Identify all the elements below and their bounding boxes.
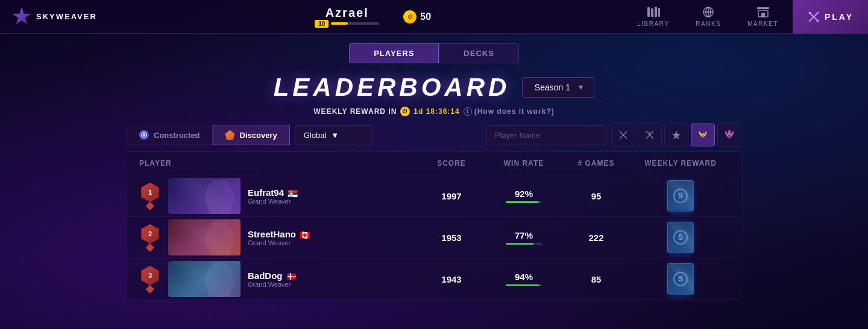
tab-decks[interactable]: Decks: [439, 43, 519, 63]
player-rank-title-1: Grand Weaver: [248, 198, 298, 205]
constructed-icon: [139, 130, 149, 140]
skyweaver-logo-icon: [12, 7, 31, 27]
svg-point-23: [702, 133, 704, 136]
winrate-text-2: 77%: [515, 230, 533, 240]
player-name-text-1: Eufrat94: [248, 187, 284, 198]
rank-filter-3[interactable]: [691, 124, 715, 146]
rank-badge-1: 1: [139, 183, 161, 209]
nav-ranks[interactable]: RANKS: [684, 1, 733, 32]
leaderboard-title: LEADERBOARD: [274, 73, 511, 102]
rank-filter-4[interactable]: [717, 124, 741, 146]
mode-constructed-label: Constructed: [154, 131, 200, 140]
weekly-reward-prefix: WEEKLY REWARD IN: [313, 107, 397, 116]
star-icon: [671, 130, 682, 140]
games-cell-3: 85: [560, 274, 632, 284]
player-flag-3: 🇩🇰: [286, 272, 297, 279]
games-cell-2: 222: [560, 233, 632, 243]
table-row[interactable]: 3 BadDog 🇩🇰 Grand Weaver 1943: [127, 258, 741, 299]
rank-filter-1[interactable]: [638, 124, 662, 146]
player-row-name-2: StreetHano 🇨🇦: [248, 229, 310, 239]
play-swords-icon: [808, 11, 820, 23]
rank-badge-3: 3: [139, 266, 161, 292]
mode-discovery-label: Discovery: [240, 131, 277, 140]
logo-area[interactable]: SKYWEAVER: [0, 7, 121, 27]
rank-medal-2: 2: [140, 224, 160, 243]
player-info: Azrael 10: [315, 6, 379, 28]
rank-filter-2[interactable]: [664, 124, 688, 146]
player-cell-3: 3 BadDog 🇩🇰 Grand Weaver: [139, 261, 415, 297]
winrate-bar-fill-3: [506, 284, 539, 286]
header: SKYWEAVER Azrael 10 ⊙ 50 LIBRA: [0, 0, 868, 34]
wing-icon-0: [697, 130, 708, 140]
mode-discovery[interactable]: Discovery: [213, 125, 290, 145]
rank-num-1: 1: [148, 189, 152, 196]
region-value: Global: [304, 131, 327, 140]
region-select[interactable]: Global ▼: [295, 125, 373, 145]
player-row-name-3: BadDog 🇩🇰: [248, 271, 297, 281]
player-name-text-2: StreetHano: [248, 229, 296, 239]
games-cell-1: 95: [560, 191, 632, 201]
score-cell-1: 1997: [415, 191, 488, 201]
table-row[interactable]: 2 StreetHano 🇨🇦 Grand Weaver 1953: [127, 217, 741, 258]
weekly-reward-bar: WEEKLY REWARD IN ⏱ 1d 18:36:14 i (How do…: [0, 104, 868, 124]
coin-count: 50: [420, 11, 431, 22]
svg-rect-1: [651, 8, 653, 17]
tab-players[interactable]: Players: [349, 43, 439, 63]
player-name-text-3: BadDog: [248, 271, 283, 281]
coin-icon: ⊙: [403, 10, 417, 24]
svg-point-16: [143, 134, 145, 136]
reward-s-icon-1: S: [673, 189, 688, 203]
reward-pack-1: S: [667, 180, 694, 212]
mode-constructed[interactable]: Constructed: [127, 125, 213, 145]
player-info-1: Eufrat94 🇷🇸 Grand Weaver: [248, 187, 298, 205]
leaderboard-table: Player Score Win Rate # Games Weekly Rew…: [127, 151, 741, 300]
xp-bar: [331, 22, 379, 25]
season-select[interactable]: Season 1 ▼: [522, 77, 594, 98]
wing-icon-1: [724, 130, 735, 140]
nav-library-label: LIBRARY: [637, 20, 669, 27]
svg-rect-2: [655, 7, 657, 17]
player-card-img-3: [168, 261, 241, 297]
table-row[interactable]: 1 Eufrat94 🇷🇸 Grand Weaver 1997: [127, 175, 741, 217]
market-icon: [756, 6, 770, 18]
xp-fill: [331, 22, 348, 25]
svg-marker-22: [672, 131, 681, 139]
player-info-3: BadDog 🇩🇰 Grand Weaver: [248, 271, 297, 288]
timer: 1d 18:36:14: [414, 107, 459, 116]
player-search-input[interactable]: [486, 125, 606, 145]
rank-diamond-3: [146, 285, 154, 293]
rank-num-2: 2: [148, 230, 152, 237]
winrate-cell-1: 92%: [488, 189, 560, 203]
discovery-icon: [225, 130, 235, 140]
rank-diamond-1: [146, 202, 154, 210]
tabs-area: Players Decks: [0, 34, 868, 70]
rank-filter-0[interactable]: [611, 124, 635, 146]
pack-shadow-3: [670, 294, 691, 298]
nav-library[interactable]: LIBRARY: [625, 1, 681, 32]
col-player: Player: [139, 159, 415, 168]
player-name: Azrael: [326, 6, 369, 20]
play-label: PLAY: [825, 12, 854, 22]
winrate-text-1: 92%: [515, 189, 533, 199]
season-select-value: Season 1: [532, 83, 572, 92]
winrate-bar-bg-3: [506, 284, 542, 286]
table-header: Player Score Win Rate # Games Weekly Rew…: [127, 152, 741, 175]
score-cell-3: 1943: [415, 274, 488, 284]
region-chevron-icon: ▼: [331, 131, 339, 140]
svg-rect-8: [757, 7, 769, 9]
how-it-works-text: (How does it work?): [474, 107, 555, 116]
player-flag-2: 🇨🇦: [300, 230, 310, 237]
rank-medal-1: 1: [140, 183, 160, 202]
coins-area: ⊙ 50: [403, 10, 431, 24]
player-rank-title-3: Grand Weaver: [248, 281, 297, 288]
how-it-works-link[interactable]: i (How does it work?): [464, 107, 555, 116]
svg-point-24: [728, 133, 731, 136]
winrate-bar-fill-2: [506, 243, 533, 245]
reward-pack-3: S: [667, 263, 694, 295]
reward-cell-3: S: [632, 263, 729, 295]
winrate-bar-fill-1: [506, 201, 539, 203]
nav-play[interactable]: PLAY: [793, 0, 868, 34]
col-games: # Games: [560, 159, 632, 168]
info-icon: i: [464, 107, 472, 116]
nav-market[interactable]: MARKET: [735, 1, 790, 32]
